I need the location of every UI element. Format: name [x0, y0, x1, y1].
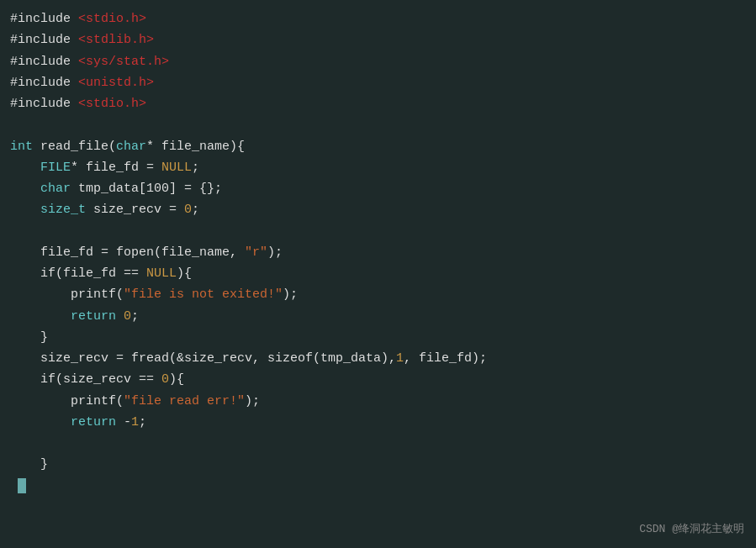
code-line: if(file_fd == NULL){ — [0, 263, 756, 284]
code-token: #include — [10, 97, 78, 111]
code-line: file_fd = fopen(file_name, "r"); — [0, 242, 756, 263]
code-token: 1 — [131, 415, 139, 429]
code-line: #include <sys/stat.h> — [0, 51, 756, 72]
code-token: #include — [10, 55, 78, 69]
code-editor: #include <stdio.h>#include <stdlib.h>#in… — [0, 0, 756, 548]
code-content: #include <stdio.h>#include <stdlib.h>#in… — [0, 8, 756, 497]
code-line: size_t size_recv = 0; — [0, 199, 756, 220]
code-token: ; — [192, 203, 199, 217]
code-token: ; — [131, 309, 139, 324]
code-token: tmp_data[100] = {}; — [71, 182, 222, 196]
code-token — [10, 182, 40, 196]
code-token: * file_fd = — [71, 161, 161, 175]
code-line: } — [0, 454, 756, 475]
code-line: } — [0, 327, 756, 348]
code-token: ); — [267, 245, 283, 260]
code-token: , file_fd); — [404, 351, 487, 366]
code-token: ; — [192, 161, 199, 175]
code-line: return 0; — [0, 306, 756, 327]
code-line: if(size_recv == 0){ — [0, 369, 756, 390]
code-line — [0, 433, 756, 454]
code-line: #include <unistd.h> — [0, 72, 756, 93]
code-line: int read_file(char* file_name){ — [0, 136, 756, 157]
code-token: <stdlib.h> — [78, 33, 154, 47]
code-token: ){ — [177, 266, 192, 281]
code-token: #include — [10, 76, 78, 90]
code-token — [10, 161, 40, 175]
code-line — [0, 114, 756, 135]
code-token: int — [10, 140, 33, 154]
code-line: printf("file is not exited!"); — [0, 284, 756, 305]
code-token: * file_name){ — [146, 140, 245, 154]
code-token: ; — [139, 415, 146, 429]
code-token: char — [40, 182, 71, 196]
code-token — [10, 415, 71, 429]
code-token: "file read err!" — [124, 394, 245, 408]
code-token: size_recv = fread(&size_recv, sizeof(tmp… — [10, 351, 396, 366]
code-token: size_recv = — [86, 203, 184, 217]
text-cursor — [18, 478, 26, 493]
code-line — [0, 476, 756, 497]
code-token: char — [116, 140, 146, 154]
code-token: return — [71, 309, 116, 324]
code-line: #include <stdlib.h> — [0, 29, 756, 50]
code-line: return -1; — [0, 412, 756, 433]
code-token: #include — [10, 33, 78, 47]
code-token: 0 — [124, 309, 131, 324]
code-line: FILE* file_fd = NULL; — [0, 157, 756, 178]
code-token: if(size_recv == — [10, 372, 161, 387]
code-token — [10, 203, 40, 217]
code-token: FILE — [40, 161, 71, 175]
code-token: printf( — [10, 394, 124, 408]
code-token: <stdio.h> — [78, 12, 146, 26]
code-token: return — [71, 415, 116, 429]
code-token: <unistd.h> — [78, 76, 154, 90]
code-token: file_fd = fopen(file_name, — [10, 245, 245, 260]
code-token: "file is not exited!" — [124, 287, 283, 302]
code-token: ); — [245, 394, 260, 408]
code-token: - — [116, 415, 131, 429]
code-token: 0 — [184, 203, 192, 217]
code-token: #include — [10, 12, 78, 26]
code-token: "r" — [245, 245, 267, 260]
watermark-text: CSDN @绛洞花主敏明 — [639, 521, 744, 536]
code-token — [10, 309, 71, 324]
code-token: printf( — [10, 287, 124, 302]
code-line: char tmp_data[100] = {}; — [0, 178, 756, 199]
code-token: if(file_fd == — [10, 266, 146, 281]
code-token: ); — [283, 287, 298, 302]
code-token: size_t — [40, 203, 86, 217]
code-token: <sys/stat.h> — [78, 55, 169, 69]
code-token: 0 — [161, 372, 169, 387]
code-token: <stdio.h> — [78, 97, 146, 111]
code-token: 1 — [396, 351, 404, 366]
code-line: #include <stdio.h> — [0, 8, 756, 29]
code-token: read_file( — [33, 140, 116, 154]
code-token: ){ — [169, 372, 184, 387]
code-token — [116, 309, 124, 324]
code-line: size_recv = fread(&size_recv, sizeof(tmp… — [0, 348, 756, 369]
code-line — [0, 221, 756, 242]
code-token: NULL — [146, 266, 177, 281]
code-line: printf("file read err!"); — [0, 391, 756, 412]
code-token: } — [10, 457, 48, 472]
code-token: } — [10, 330, 48, 345]
code-token: NULL — [161, 161, 192, 175]
code-line: #include <stdio.h> — [0, 93, 756, 114]
